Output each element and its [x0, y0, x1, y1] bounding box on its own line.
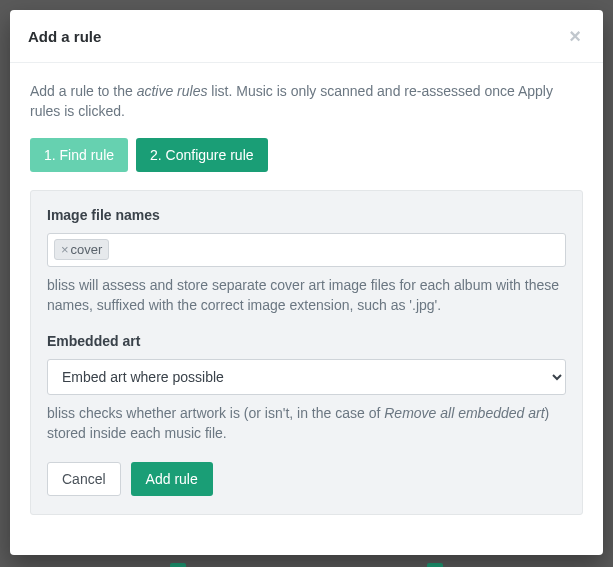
step-configure-rule[interactable]: 2. Configure rule: [136, 138, 268, 172]
add-rule-modal: Add a rule × Add a rule to the active ru…: [10, 10, 603, 555]
image-file-names-help: bliss will assess and store separate cov…: [47, 275, 566, 316]
background-chip: [170, 563, 186, 567]
image-file-names-label: Image file names: [47, 207, 566, 223]
cancel-button[interactable]: Cancel: [47, 462, 121, 496]
embedded-art-help: bliss checks whether artwork is (or isn'…: [47, 403, 566, 444]
panel-actions: Cancel Add rule: [47, 462, 566, 496]
modal-body: Add a rule to the active rules list. Mus…: [10, 63, 603, 535]
filename-token[interactable]: ×cover: [54, 239, 109, 260]
remove-token-icon[interactable]: ×: [61, 242, 69, 257]
embedded-art-label: Embedded art: [47, 333, 566, 349]
embedded-art-help-emphasis: Remove all embedded art: [384, 405, 544, 421]
background-hint-chips: [0, 563, 613, 567]
filename-token-text: cover: [71, 242, 103, 257]
modal-header: Add a rule ×: [10, 10, 603, 63]
wizard-steps: 1. Find rule 2. Configure rule: [30, 138, 583, 172]
add-rule-button[interactable]: Add rule: [131, 462, 213, 496]
background-chip: [427, 563, 443, 567]
modal-title: Add a rule: [28, 28, 101, 45]
image-file-names-input[interactable]: ×cover: [47, 233, 566, 267]
configure-panel: Image file names ×cover bliss will asses…: [30, 190, 583, 515]
intro-text: Add a rule to the active rules list. Mus…: [30, 81, 583, 122]
embedded-art-select[interactable]: Embed art where possible: [47, 359, 566, 395]
step-find-rule[interactable]: 1. Find rule: [30, 138, 128, 172]
intro-prefix: Add a rule to the: [30, 83, 137, 99]
modal-backdrop: Add a rule × Add a rule to the active ru…: [0, 0, 613, 567]
close-icon[interactable]: ×: [565, 24, 585, 48]
embedded-art-help-prefix: bliss checks whether artwork is (or isn'…: [47, 405, 384, 421]
intro-emphasis: active rules: [137, 83, 208, 99]
